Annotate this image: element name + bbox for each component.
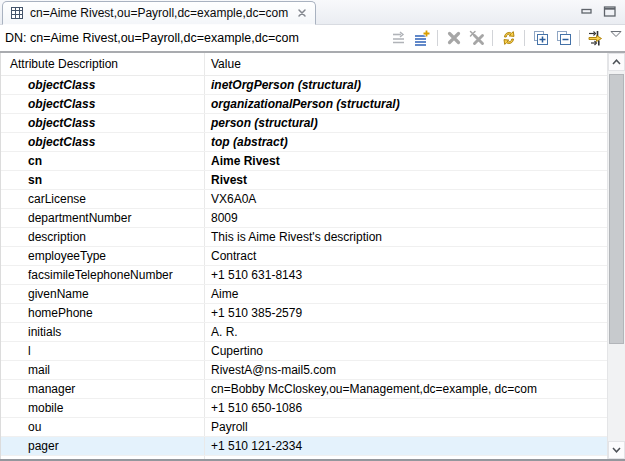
table-row[interactable]: snRivest [1,171,607,190]
table-row[interactable]: mobile+1 510 650-1086 [1,399,607,418]
attribute-cell: postalAddress [1,456,205,459]
attributes-table: Attribute Description Value objectClassi… [0,53,607,459]
table-row[interactable]: managercn=Bobby McCloskey,ou=Management,… [1,380,607,399]
attribute-cell: pager [1,437,205,455]
value-cell: inetOrgPerson (structural) [205,76,607,94]
editor-tab-title: cn=Aime Rivest,ou=Payroll,dc=example,dc=… [30,6,288,20]
attribute-cell: l [1,342,205,360]
value-cell: VX6A0A [205,190,607,208]
value-cell: person (structural) [205,114,607,132]
attribute-cell: initials [1,323,205,341]
scroll-up-button[interactable] [608,53,625,71]
table-row[interactable]: postalAddressPayroll, Cupertino [1,456,607,459]
attribute-cell: cn [1,152,205,170]
expand-all-icon[interactable] [530,28,551,49]
attribute-cell: manager [1,380,205,398]
attribute-cell: ou [1,418,205,436]
vertical-scrollbar[interactable] [607,53,625,459]
value-cell: top (abstract) [205,133,607,151]
table-row[interactable]: givenNameAime [1,285,607,304]
fetch-operational-attributes-icon[interactable] [585,28,606,49]
attribute-cell: givenName [1,285,205,303]
table-row[interactable]: facsimileTelephoneNumber+1 510 631-8143 [1,266,607,285]
value-cell: +1 510 385-2579 [205,304,607,322]
table-row[interactable]: initialsA. R. [1,323,607,342]
value-cell: +1 510 121-2334 [205,437,607,455]
table-row[interactable]: objectClassinetOrgPerson (structural) [1,76,607,95]
view-window-controls [581,5,625,24]
attribute-cell: mobile [1,399,205,417]
value-cell: organizationalPerson (structural) [205,95,607,113]
value-cell: This is Aime Rivest's description [205,228,607,246]
dn-label: DN: cn=Aime Rivest,ou=Payroll,dc=example… [5,31,299,45]
table-row[interactable]: descriptionThis is Aime Rivest's descrip… [1,228,607,247]
toolbar-separator [437,30,438,46]
attribute-cell: objectClass [1,133,205,151]
table-row[interactable]: lCupertino [1,342,607,361]
attribute-cell: employeeType [1,247,205,265]
delete-all-values-icon[interactable] [466,28,487,49]
table-row[interactable]: objectClasstop (abstract) [1,133,607,152]
attribute-cell: mail [1,361,205,379]
table-row[interactable]: mailRivestA@ns-mail5.com [1,361,607,380]
collapse-all-icon[interactable] [553,28,574,49]
refresh-icon[interactable] [498,28,519,49]
attribute-cell: homePhone [1,304,205,322]
table-row[interactable]: objectClassorganizationalPerson (structu… [1,95,607,114]
scrollbar-thumb[interactable] [609,74,624,344]
attribute-cell: objectClass [1,95,205,113]
value-cell: +1 510 650-1086 [205,399,607,417]
value-cell: Rivest [205,171,607,189]
table-row[interactable]: objectClassperson (structural) [1,114,607,133]
attribute-cell: facsimileTelephoneNumber [1,266,205,284]
value-cell: Payroll [205,418,607,436]
entry-editor-icon [10,6,25,20]
dn-bar: DN: cn=Aime Rivest,ou=Payroll,dc=example… [0,25,625,53]
editor-tab[interactable]: cn=Aime Rivest,ou=Payroll,dc=example,dc=… [2,1,316,25]
toolbar-separator [492,30,493,46]
value-cell: +1 510 631-8143 [205,266,607,284]
table-row[interactable]: carLicenseVX6A0A [1,190,607,209]
value-cell: 8009 [205,209,607,227]
column-header-attribute-description[interactable]: Attribute Description [1,53,205,75]
value-cell: Aime Rivest [205,152,607,170]
minimize-icon[interactable] [581,6,593,18]
editor-tab-bar: cn=Aime Rivest,ou=Payroll,dc=example,dc=… [0,0,625,25]
table-body: objectClassinetOrgPerson (structural)obj… [1,76,607,459]
entry-editor-window: cn=Aime Rivest,ou=Payroll,dc=example,dc=… [0,0,625,461]
table-row[interactable]: homePhone+1 510 385-2579 [1,304,607,323]
table-row[interactable]: cnAime Rivest [1,152,607,171]
attribute-cell: description [1,228,205,246]
maximize-icon[interactable] [603,5,617,18]
table-header-row: Attribute Description Value [1,53,607,76]
delete-value-icon[interactable] [443,28,464,49]
value-cell: RivestA@ns-mail5.com [205,361,607,379]
table-row[interactable]: departmentNumber8009 [1,209,607,228]
column-header-value[interactable]: Value [205,53,607,75]
scroll-down-button[interactable] [608,441,625,459]
view-menu-icon[interactable] [610,28,622,38]
attribute-cell: objectClass [1,76,205,94]
value-cell: Cupertino [205,342,607,360]
entry-editor-content: Attribute Description Value objectClassi… [0,53,625,461]
new-attribute-icon[interactable] [411,28,432,49]
value-cell: Contract [205,247,607,265]
value-cell: A. R. [205,323,607,341]
attribute-cell: carLicense [1,190,205,208]
table-row[interactable]: employeeTypeContract [1,247,607,266]
value-cell: Aime [205,285,607,303]
table-row[interactable]: ouPayroll [1,418,607,437]
toolbar-separator [579,30,580,46]
attribute-cell: departmentNumber [1,209,205,227]
scrollbar-track[interactable] [608,71,625,441]
entry-editor-toolbar [388,28,625,49]
value-cell: Payroll, Cupertino [205,456,607,459]
new-value-icon[interactable] [388,28,409,49]
tab-close-icon[interactable] [297,8,307,18]
attribute-cell: sn [1,171,205,189]
value-cell: cn=Bobby McCloskey,ou=Management,dc=exam… [205,380,607,398]
table-row[interactable]: pager+1 510 121-2334 [1,437,607,456]
toolbar-separator [524,30,525,46]
attribute-cell: objectClass [1,114,205,132]
